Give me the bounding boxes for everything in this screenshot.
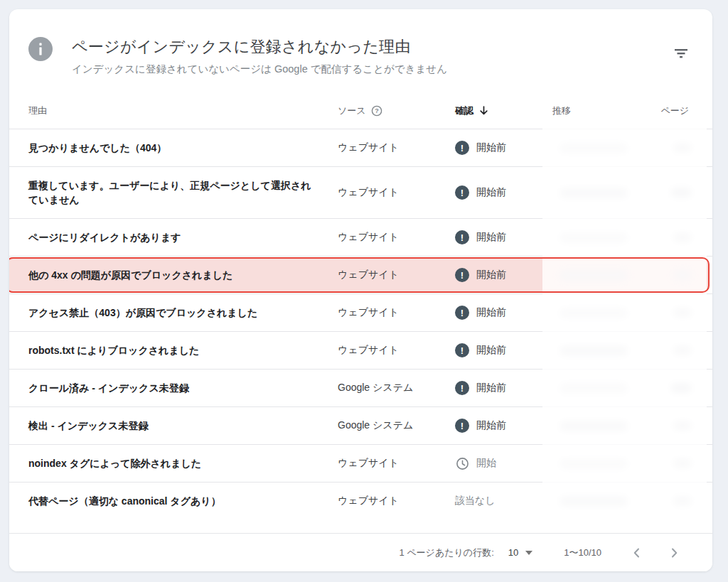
blurred-pages-value (673, 270, 692, 280)
blurred-pages-value (673, 345, 692, 355)
report-header: ページがインデックスに登録されなかった理由 インデックスに登録されていないページ… (9, 9, 712, 76)
row-source: ウェブサイト (338, 186, 455, 199)
row-trend-blurred (552, 308, 645, 318)
row-validation-status: ! 該当なし (455, 495, 552, 507)
row-validation-status: ! 開始前 (455, 230, 552, 244)
row-validation-status: ! 開始前 (455, 185, 552, 200)
row-status-label: 開始 (476, 457, 496, 470)
table-row[interactable]: 見つかりませんでした（404） ウェブサイト ! 開始前 (9, 129, 712, 166)
column-header-trend-label: 推移 (552, 104, 571, 117)
exclamation-circle-icon: ! (455, 419, 469, 433)
row-reason: 代替ページ（適切な canonical タグあり） (28, 494, 338, 508)
arrow-down-icon (478, 105, 489, 117)
row-reason: アクセス禁止（403）が原因でブロックされました (28, 306, 338, 320)
row-pages-blurred (645, 458, 689, 468)
next-page-button[interactable] (660, 539, 688, 567)
column-header-source-label: ソース (338, 104, 366, 117)
row-trend-blurred (552, 421, 645, 431)
column-header-pages: ページ (645, 104, 689, 117)
row-pages-blurred (645, 232, 689, 242)
table-row[interactable]: ページにリダイレクトがあります ウェブサイト ! 開始前 (9, 218, 712, 256)
filter-button[interactable] (671, 44, 691, 64)
pager (623, 539, 688, 567)
row-validation-status: ! 開始前 (455, 419, 552, 433)
row-status-label: 開始前 (476, 306, 506, 319)
svg-text:?: ? (375, 107, 379, 114)
exclamation-circle-icon: ! (455, 343, 469, 357)
row-status-label: 開始前 (476, 269, 506, 281)
not-indexed-report-card: ページがインデックスに登録されなかった理由 インデックスに登録されていないページ… (9, 9, 712, 571)
row-status-label: 開始前 (476, 186, 506, 199)
row-pages-blurred (645, 421, 689, 431)
blurred-trend-value (560, 143, 628, 153)
help-circle-icon[interactable]: ? (371, 105, 382, 117)
blurred-trend-value (560, 308, 628, 318)
row-pages-blurred (645, 188, 689, 198)
blurred-pages-value (673, 232, 692, 242)
row-reason: 検出 - インデックス未登録 (28, 419, 338, 433)
row-pages-blurred (645, 143, 689, 153)
table-rows: 見つかりませんでした（404） ウェブサイト ! 開始前 重複しています。ユーザ… (9, 129, 712, 519)
blurred-pages-value (673, 308, 692, 318)
column-header-reason: 理由 (28, 104, 338, 117)
row-pages-blurred (645, 308, 689, 318)
table-row[interactable]: 代替ページ（適切な canonical タグあり） ウェブサイト ! 該当なし (9, 482, 712, 519)
row-trend-blurred (552, 232, 645, 243)
exclamation-circle-icon: ! (455, 230, 469, 244)
blurred-trend-value (560, 383, 628, 394)
row-trend-blurred (552, 496, 645, 507)
table-row[interactable]: 重複しています。ユーザーにより、正規ページとして選択されていません ウェブサイト… (9, 166, 712, 218)
table-row[interactable]: クロール済み - インデックス未登録 Google システム ! 開始前 (9, 369, 712, 406)
blurred-trend-value (560, 421, 628, 431)
table-row[interactable]: アクセス禁止（403）が原因でブロックされました ウェブサイト ! 開始前 (9, 293, 712, 331)
chevron-right-icon (668, 546, 680, 559)
exclamation-circle-icon: ! (455, 306, 469, 320)
blurred-pages-value (670, 188, 692, 198)
column-header-trend: 推移 (552, 104, 645, 117)
column-header-reason-label: 理由 (28, 104, 47, 117)
column-header-pages-label: ページ (660, 104, 689, 117)
pagination-footer: 1 ページあたりの行数: 10 1〜10/10 (9, 533, 712, 571)
row-status-label: 開始前 (476, 419, 506, 432)
blurred-trend-value (560, 270, 628, 281)
exclamation-circle-icon: ! (455, 381, 469, 395)
table-row[interactable]: robots.txt によりブロックされました ウェブサイト ! 開始前 (9, 331, 712, 369)
row-reason: ページにリダイレクトがあります (28, 230, 338, 244)
blurred-pages-value (673, 496, 692, 506)
row-validation-status: ! 開始前 (455, 268, 552, 282)
row-validation-status: ! 開始前 (455, 381, 552, 395)
row-source: ウェブサイト (338, 457, 455, 470)
row-source: ウェブサイト (338, 231, 455, 244)
blurred-pages-value (673, 143, 692, 153)
row-validation-status: ! 開始前 (455, 306, 552, 320)
table-row[interactable]: 他の 4xx の問題が原因でブロックされました ウェブサイト ! 開始前 (9, 256, 712, 293)
row-source: ウェブサイト (338, 306, 455, 319)
row-validation-status: ! 開始 (455, 456, 552, 470)
row-source: Google システム (338, 419, 455, 432)
row-status-label: 開始前 (476, 141, 506, 154)
row-trend-blurred (552, 270, 645, 281)
previous-page-button[interactable] (623, 539, 651, 567)
row-source: ウェブサイト (338, 495, 455, 507)
row-pages-blurred (645, 383, 689, 393)
blurred-trend-value (560, 345, 628, 356)
blurred-pages-value (670, 383, 692, 393)
row-trend-blurred (552, 383, 645, 394)
chevron-left-icon (631, 546, 643, 559)
blurred-trend-value (560, 496, 628, 507)
column-header-validation-sort[interactable]: 確認 (455, 104, 552, 117)
row-status-label: 開始前 (476, 231, 506, 244)
clock-icon (455, 456, 469, 470)
row-pages-blurred (645, 345, 689, 355)
rows-per-page-select[interactable]: 10 (508, 547, 532, 558)
row-source: Google システム (338, 382, 455, 394)
blurred-trend-value (560, 188, 628, 198)
blurred-pages-value (673, 421, 692, 431)
pagination-range-label: 1〜10/10 (564, 546, 601, 559)
blurred-pages-value (673, 458, 692, 468)
exclamation-circle-icon: ! (455, 268, 469, 282)
exclamation-circle-icon: ! (455, 185, 469, 200)
table-row[interactable]: noindex タグによって除外されました ウェブサイト ! 開始 (9, 444, 712, 482)
table-row[interactable]: 検出 - インデックス未登録 Google システム ! 開始前 (9, 406, 712, 444)
row-reason: robots.txt によりブロックされました (28, 343, 338, 357)
